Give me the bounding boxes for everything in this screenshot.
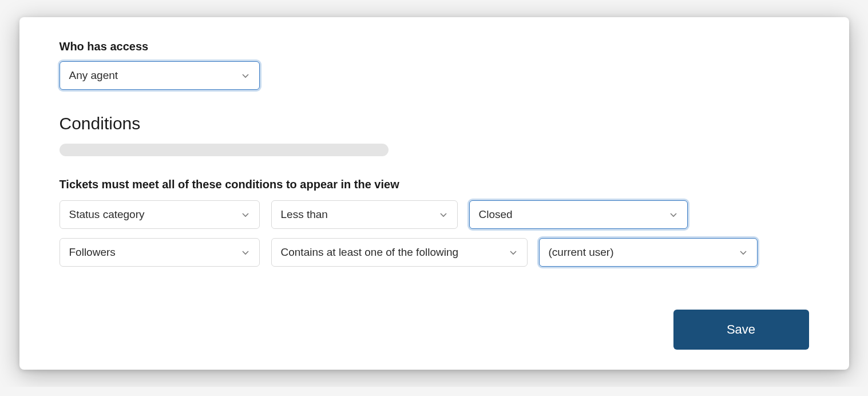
condition-operator-select[interactable]: Contains at least one of the following — [271, 238, 528, 267]
actions-bar: Save — [60, 310, 809, 350]
chevron-down-icon — [669, 210, 678, 219]
condition-field-select[interactable]: Followers — [60, 238, 260, 267]
condition-row: Followers Contains at least one of the f… — [60, 238, 809, 267]
condition-field-select[interactable]: Status category — [60, 200, 260, 229]
condition-value-text: Closed — [479, 208, 513, 221]
chevron-down-icon — [439, 210, 448, 219]
chevron-down-icon — [509, 248, 518, 257]
access-select-value: Any agent — [69, 69, 118, 82]
condition-row: Status category Less than Closed — [60, 200, 809, 229]
condition-value-text: (current user) — [549, 246, 614, 259]
access-section: Who has access Any agent — [60, 40, 809, 90]
chevron-down-icon — [241, 71, 250, 80]
condition-value-select[interactable]: Closed — [469, 200, 688, 229]
condition-field-value: Followers — [69, 246, 116, 259]
conditions-title: Conditions — [60, 114, 809, 133]
condition-operator-value: Less than — [281, 208, 328, 221]
chevron-down-icon — [241, 248, 250, 257]
condition-operator-select[interactable]: Less than — [271, 200, 458, 229]
condition-value-select[interactable]: (current user) — [539, 238, 758, 267]
placeholder-bar — [60, 144, 389, 156]
save-button[interactable]: Save — [673, 310, 809, 350]
chevron-down-icon — [241, 210, 250, 219]
access-label: Who has access — [60, 40, 809, 53]
condition-field-value: Status category — [69, 208, 145, 221]
settings-card: Who has access Any agent Conditions Tick… — [19, 17, 849, 370]
condition-operator-value: Contains at least one of the following — [281, 246, 459, 259]
conditions-description: Tickets must meet all of these condition… — [60, 178, 809, 191]
access-select[interactable]: Any agent — [60, 61, 260, 90]
chevron-down-icon — [739, 248, 748, 257]
